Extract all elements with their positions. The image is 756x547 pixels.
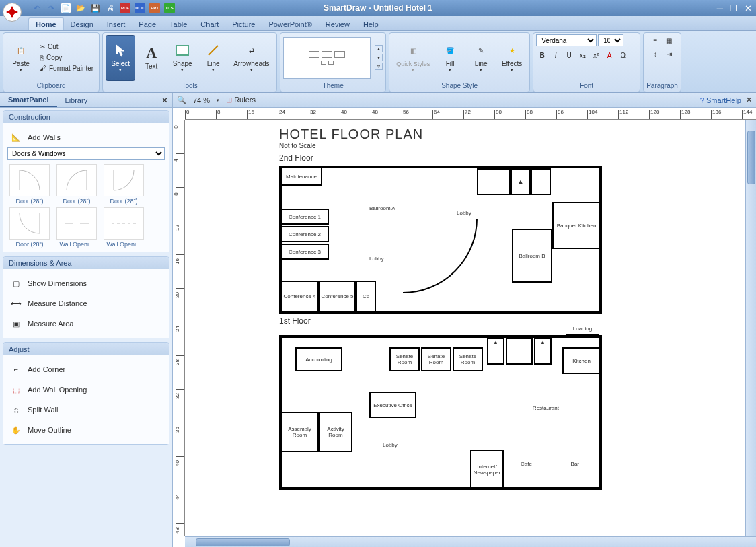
door-item-3[interactable]: Door (28") <box>7 207 52 248</box>
tab-home[interactable]: Home <box>28 17 64 30</box>
paste-button[interactable]: 📋Paste▾ <box>6 35 36 81</box>
move-outline-button[interactable]: ✋Move Outline <box>7 420 165 440</box>
tab-table[interactable]: Table <box>163 18 194 30</box>
smarthelp-link[interactable]: ? SmartHelp <box>700 96 741 104</box>
redo-icon[interactable]: ↷ <box>46 3 56 13</box>
tab-library[interactable]: Library <box>57 94 96 106</box>
open-icon[interactable]: 📂 <box>75 3 86 13</box>
room-senate1: Senate Room <box>389 347 420 371</box>
cut-button[interactable]: ✂Cut <box>37 42 96 52</box>
restore-icon[interactable]: ❐ <box>730 3 738 13</box>
room-ballroom-b: Ballroom B <box>512 229 552 283</box>
xls-icon[interactable]: XLS <box>164 3 175 13</box>
measure-area-button[interactable]: ▣Measure Area <box>7 314 165 334</box>
menubar: Home Design Insert Page Table Chart Pict… <box>0 16 756 31</box>
measure-distance-button[interactable]: ⟷Measure Distance <box>7 293 165 314</box>
tab-design[interactable]: Design <box>64 18 100 30</box>
show-dimensions-button[interactable]: ▢Show Dimensions <box>7 273 165 293</box>
app-logo[interactable] <box>3 3 22 22</box>
format-painter-button[interactable]: 🖌Format Painter <box>37 63 96 73</box>
line-icon <box>205 42 221 59</box>
hand-icon: ✋ <box>10 424 22 436</box>
font-family-select[interactable]: Verdana <box>536 34 597 46</box>
align-button[interactable]: ▦ <box>663 34 675 46</box>
arrowheads-button[interactable]: ⇄Arrowheads▾ <box>229 35 273 81</box>
theme-prev-icon[interactable]: ▴ <box>375 45 383 52</box>
italic-button[interactable]: I <box>550 49 562 61</box>
add-wall-opening-button[interactable]: ⬚Add Wall Opening <box>7 379 165 400</box>
zoom-icon[interactable]: 🔍 <box>177 96 186 104</box>
door-item-0[interactable]: Door (28") <box>7 164 52 205</box>
tab-insert[interactable]: Insert <box>100 18 133 30</box>
door-item-2[interactable]: Door (28") <box>102 164 146 205</box>
tab-help[interactable]: Help <box>356 18 385 30</box>
room-conf3: Conference 3 <box>282 244 329 260</box>
group-tools: Select▾ AText Shape▾ Line▾ ⇄Arrowheads▾ … <box>102 32 277 92</box>
strike-button[interactable]: x₂ <box>576 49 589 61</box>
door-item-1[interactable]: Door (28") <box>54 164 99 205</box>
tab-review[interactable]: Review <box>319 18 356 30</box>
scrollbar-vertical[interactable] <box>745 120 756 536</box>
undo-icon[interactable]: ↶ <box>31 3 42 13</box>
minimize-icon[interactable]: ─ <box>717 3 723 13</box>
fill-button[interactable]: 🪣Fill▾ <box>435 35 465 81</box>
tab-powerpoint[interactable]: PowerPoint® <box>262 18 318 30</box>
theme-next-icon[interactable]: ▾ <box>375 54 383 61</box>
new-icon[interactable]: 📄 <box>61 3 71 13</box>
zoom-level[interactable]: 74 % <box>193 96 210 104</box>
ppt-icon[interactable]: PPT <box>149 3 160 13</box>
wall-open-item-0[interactable]: Wall Openi... <box>54 207 99 248</box>
help-close-icon[interactable]: ✕ <box>746 96 752 104</box>
wall-open-item-1[interactable]: Wall Openi... <box>102 207 146 248</box>
theme-preview[interactable] <box>283 37 371 79</box>
room-conf5: Conference 5 <box>319 281 356 311</box>
effects-button[interactable]: ★Effects▾ <box>497 35 527 81</box>
spacing-button[interactable]: ↕ <box>650 48 662 60</box>
bullets-button[interactable]: ≡ <box>650 34 662 46</box>
add-corner-button[interactable]: ⌐Add Corner <box>7 359 165 379</box>
underline-button[interactable]: U <box>563 49 575 61</box>
line-button[interactable]: Line▾ <box>198 35 228 81</box>
side-panel: SmartPanel Library ✕ Construction 📐Add W… <box>0 93 173 547</box>
svg-line-0 <box>209 46 218 55</box>
copy-button[interactable]: ⎘Copy <box>37 52 96 63</box>
font-color-button[interactable]: A <box>603 49 615 61</box>
indent-button[interactable]: ⇥ <box>663 48 675 60</box>
doc-icon[interactable]: DOC <box>135 3 145 13</box>
titlebar: ↶ ↷ 📄 📂 💾 🖨 PDF DOC PPT XLS SmartDraw - … <box>0 0 756 16</box>
scroll-thumb-h[interactable] <box>196 538 290 546</box>
scrollbar-horizontal[interactable] <box>185 536 756 547</box>
room-activity: Activity Room <box>319 412 352 452</box>
theme-more-icon[interactable]: ▿ <box>375 63 383 70</box>
shape-button[interactable]: Shape▾ <box>167 35 197 81</box>
bold-button[interactable]: B <box>536 49 548 61</box>
rulers-toggle[interactable]: ⊞ Rulers <box>226 96 256 104</box>
tab-page[interactable]: Page <box>132 18 163 30</box>
select-button[interactable]: Select▾ <box>106 35 135 81</box>
quick-styles-button[interactable]: ◧Quick Styles▾ <box>392 35 434 81</box>
panel-close-icon[interactable]: ✕ <box>161 96 168 105</box>
scroll-thumb-v[interactable] <box>747 131 755 184</box>
pdf-icon[interactable]: PDF <box>120 3 130 13</box>
tab-smartpanel[interactable]: SmartPanel <box>0 94 57 107</box>
room-conf2: Conference 2 <box>282 226 329 242</box>
drawing-page[interactable]: HOTEL FLOOR PLAN Not to Scale 2nd Floor … <box>185 120 745 536</box>
tab-chart[interactable]: Chart <box>194 18 225 30</box>
close-icon[interactable]: ✕ <box>745 3 752 13</box>
room-conf1: Conference 1 <box>282 209 329 225</box>
add-walls-button[interactable]: 📐Add Walls <box>7 127 165 147</box>
section-dimensions: Dimensions & Area ▢Show Dimensions ⟷Meas… <box>3 256 169 338</box>
tab-picture[interactable]: Picture <box>225 18 262 30</box>
text-button[interactable]: AText <box>137 35 166 81</box>
super-button[interactable]: x² <box>590 49 602 61</box>
font-size-select[interactable]: 10 <box>598 34 623 46</box>
doors-windows-select[interactable]: Doors & Windows <box>7 147 165 160</box>
symbol-button[interactable]: Ω <box>617 49 629 61</box>
save-icon[interactable]: 💾 <box>90 3 101 13</box>
room-bar: Bar <box>571 461 579 467</box>
section-adjust: Adjust ⌐Add Corner ⬚Add Wall Opening ⎌Sp… <box>3 342 169 445</box>
shapeline-button[interactable]: ✎Line▾ <box>466 35 496 81</box>
room-executive: Executive Office <box>369 392 416 418</box>
split-wall-button[interactable]: ⎌Split Wall <box>7 400 165 420</box>
print-icon[interactable]: 🖨 <box>105 3 116 13</box>
